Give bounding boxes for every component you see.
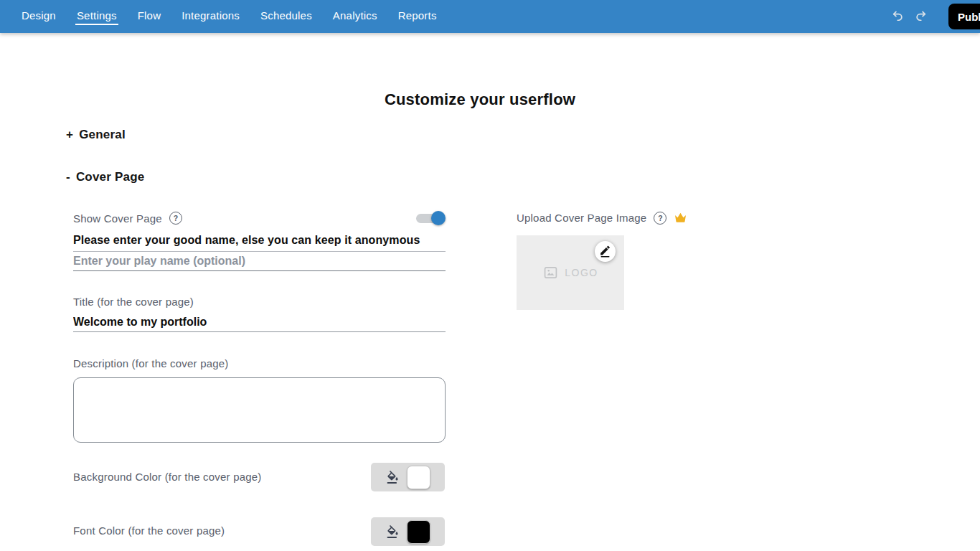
logo-placeholder: LOGO — [542, 265, 598, 280]
redo-icon[interactable] — [913, 9, 929, 24]
background-color-label: Background Color (for the cover page) — [73, 471, 262, 483]
collapse-icon: - — [66, 170, 70, 184]
show-cover-page-label: Show Cover Page — [73, 212, 162, 225]
publish-button[interactable]: Publish — [948, 4, 980, 29]
premium-crown-icon — [674, 211, 687, 225]
nav-tabs: Design Settings Flow Integrations Schedu… — [0, 0, 438, 33]
tab-analytics[interactable]: Analytics — [331, 0, 379, 33]
show-cover-page-row: Show Cover Page ? — [73, 212, 182, 225]
font-color-swatch — [407, 520, 430, 544]
paint-bucket-icon — [386, 471, 400, 484]
cover-description-textarea[interactable] — [73, 377, 446, 443]
undo-icon[interactable] — [889, 9, 905, 24]
upload-cover-image-row: Upload Cover Page Image ? — [517, 211, 687, 225]
top-navbar: Design Settings Flow Integrations Schedu… — [0, 0, 980, 33]
background-color-swatch — [407, 466, 430, 489]
tab-schedules[interactable]: Schedules — [259, 0, 314, 33]
upload-cover-image-label: Upload Cover Page Image — [517, 212, 646, 224]
play-name-input[interactable] — [73, 255, 446, 271]
tab-reports[interactable]: Reports — [397, 0, 438, 33]
background-color-picker-button[interactable] — [371, 463, 445, 491]
page-title: Customize your userflow — [0, 90, 960, 109]
cover-description-label: Description (for the cover page) — [73, 357, 229, 369]
show-cover-page-toggle[interactable] — [415, 211, 446, 225]
paint-bucket-icon — [386, 525, 400, 539]
name-question-text[interactable]: Please enter your good name, else you ca… — [73, 234, 446, 252]
tab-settings[interactable]: Settings — [75, 0, 118, 33]
logo-placeholder-text: LOGO — [565, 267, 598, 278]
cover-title-label: Title (for the cover page) — [73, 296, 194, 308]
section-general-label: General — [79, 128, 126, 142]
tab-integrations[interactable]: Integrations — [180, 0, 241, 33]
edit-image-button[interactable] — [595, 241, 616, 262]
expand-icon: + — [66, 128, 73, 142]
section-general-header[interactable]: + General — [66, 128, 126, 142]
image-icon — [542, 265, 559, 280]
cover-title-input[interactable] — [73, 316, 446, 332]
settings-page: Design Settings Flow Integrations Schedu… — [0, 0, 980, 551]
section-cover-page-label: Cover Page — [76, 170, 145, 184]
help-icon[interactable]: ? — [169, 212, 182, 225]
help-icon[interactable]: ? — [654, 212, 666, 225]
tab-flow[interactable]: Flow — [136, 0, 162, 33]
toggle-knob — [431, 211, 446, 225]
font-color-picker-button[interactable] — [371, 517, 445, 546]
section-cover-page-header[interactable]: - Cover Page — [66, 170, 144, 184]
pencil-icon — [599, 245, 611, 258]
tab-design[interactable]: Design — [20, 0, 57, 33]
font-color-label: Font Color (for the cover page) — [73, 524, 225, 537]
